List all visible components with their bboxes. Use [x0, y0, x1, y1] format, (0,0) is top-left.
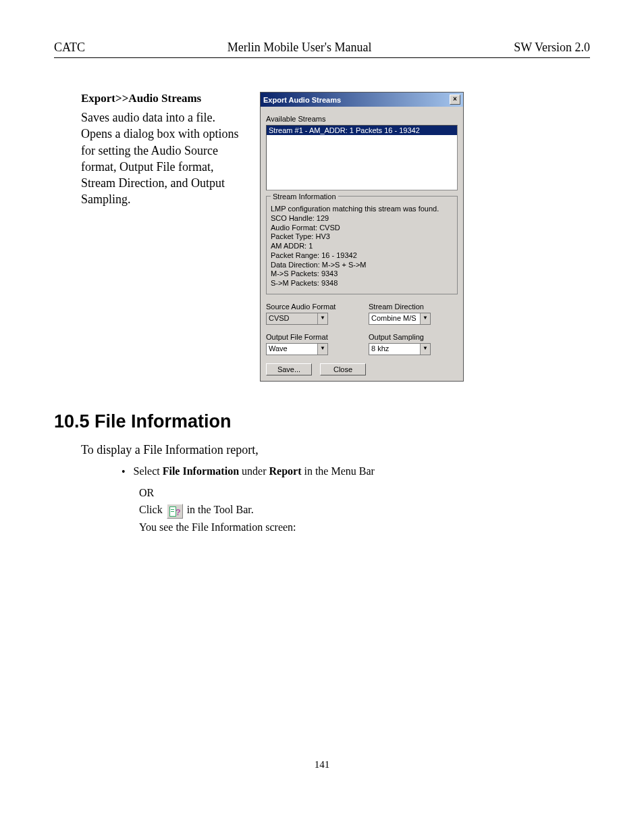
info-line: LMP configuration matching this stream w… [271, 205, 453, 214]
info-line: Data Direction: M->S + S->M [271, 261, 453, 270]
text-fragment: Click [139, 504, 165, 515]
info-line: AM ADDR: 1 [271, 242, 453, 251]
click-line: Click ? in the Tool Bar. [139, 501, 590, 519]
or-text: OR [139, 484, 590, 502]
section-heading-10-5: 10.5 File Information [54, 411, 590, 432]
info-line: Audio Format: CVSD [271, 224, 453, 233]
info-line: S->M Packets: 9348 [271, 279, 453, 288]
info-line: M->S Packets: 9343 [271, 269, 453, 279]
header-center: Merlin Mobile User's Manual [227, 41, 372, 55]
available-streams-label: Available Streams [266, 115, 458, 123]
file-information-toolbar-icon[interactable]: ? [167, 504, 183, 519]
header-right: SW Version 2.0 [514, 41, 590, 55]
stream-list-item[interactable]: Stream #1 - AM_ADDR: 1 Packets 16 - 1934… [267, 126, 457, 135]
stream-direction-label: Stream Direction [369, 303, 458, 311]
info-line: Packet Range: 16 - 19342 [271, 251, 453, 261]
output-file-format-select[interactable]: Wave ▼ [266, 343, 328, 355]
text-fragment: Select [134, 465, 163, 477]
bullet-item: • Select File Information under Report i… [122, 465, 590, 479]
output-file-format-label: Output File Format [266, 333, 355, 341]
source-audio-format-label: Source Audio Format [266, 303, 355, 311]
dialog-titlebar[interactable]: Export Audio Streams × [261, 93, 463, 107]
source-audio-format-select: CVSD ▼ [266, 313, 328, 325]
text-bold: File Information [163, 465, 239, 477]
export-audio-streams-dialog: Export Audio Streams × Available Streams… [260, 92, 464, 382]
close-button[interactable]: Close [320, 363, 366, 375]
info-line: Packet Type: HV3 [271, 232, 453, 242]
stream-information-legend: Stream Information [271, 192, 338, 201]
page-header: CATC Merlin Mobile User's Manual SW Vers… [54, 41, 590, 57]
bullet-text: Select File Information under Report in … [134, 465, 375, 479]
output-sampling-value: 8 khz [369, 344, 420, 355]
export-title: Export>>Audio Streams [81, 92, 246, 105]
close-icon[interactable]: × [450, 95, 460, 105]
page-number: 141 [54, 759, 590, 771]
text-fragment: in the Tool Bar. [187, 504, 254, 515]
chevron-down-icon[interactable]: ▼ [317, 344, 327, 355]
text-bold: Report [269, 465, 301, 477]
export-body: Saves audio data into a file. Opens a di… [81, 109, 246, 208]
output-sampling-label: Output Sampling [369, 333, 458, 341]
text-fragment: under [239, 465, 269, 477]
save-button[interactable]: Save... [266, 363, 312, 375]
text-fragment: in the Menu Bar [301, 465, 374, 477]
header-left: CATC [54, 41, 85, 55]
stream-direction-select[interactable]: Combine M/S ▼ [369, 313, 431, 325]
section-intro: To display a File Information report, [81, 443, 590, 457]
chevron-down-icon[interactable]: ▼ [420, 344, 430, 355]
stream-info-lines: LMP configuration matching this stream w… [271, 205, 453, 288]
chevron-down-icon: ▼ [317, 313, 327, 324]
output-sampling-select[interactable]: 8 khz ▼ [369, 343, 431, 355]
header-rule [54, 57, 590, 58]
stream-direction-value: Combine M/S [369, 313, 420, 324]
info-line: SCO Handle: 129 [271, 214, 453, 224]
output-file-format-value: Wave [267, 344, 317, 355]
bullet-dot-icon: • [122, 465, 126, 479]
result-text: You see the File Information screen: [139, 519, 590, 536]
available-streams-listbox[interactable]: Stream #1 - AM_ADDR: 1 Packets 16 - 1934… [266, 125, 458, 190]
dialog-title-text: Export Audio Streams [263, 96, 341, 104]
stream-information-group: Stream Information LMP configuration mat… [266, 196, 458, 294]
chevron-down-icon[interactable]: ▼ [420, 313, 430, 324]
source-audio-format-value: CVSD [267, 313, 317, 324]
